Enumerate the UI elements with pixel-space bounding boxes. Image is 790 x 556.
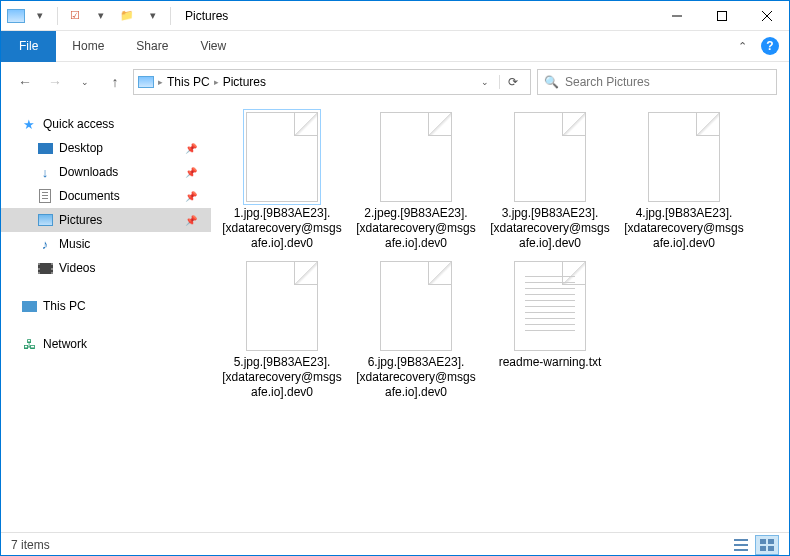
- pin-icon: 📌: [185, 167, 197, 178]
- tab-home[interactable]: Home: [56, 31, 120, 62]
- qat-dropdown-2[interactable]: ▾: [90, 5, 112, 27]
- nav-item-label: Downloads: [59, 165, 118, 179]
- file-thumbnail: [246, 261, 318, 351]
- svg-rect-7: [760, 539, 766, 544]
- video-icon: [37, 261, 53, 275]
- file-name: 1.jpg.[9B83AE23].[xdatarecovery@msgsafe.…: [219, 206, 345, 251]
- minimize-button[interactable]: [654, 1, 699, 31]
- file-thumbnail: [246, 112, 318, 202]
- svg-rect-1: [717, 11, 726, 20]
- nav-quick-access[interactable]: ★ Quick access: [21, 112, 211, 136]
- tab-share[interactable]: Share: [120, 31, 184, 62]
- pic-icon: [37, 213, 53, 227]
- nav-item-label: Music: [59, 237, 90, 251]
- nav-item-videos[interactable]: Videos: [1, 256, 211, 280]
- pin-icon: 📌: [185, 215, 197, 226]
- pc-icon: [21, 299, 37, 313]
- nav-item-downloads[interactable]: ↓Downloads📌: [1, 160, 211, 184]
- network-icon: 🖧: [21, 337, 37, 351]
- address-dropdown[interactable]: ⌄: [475, 77, 495, 87]
- file-item[interactable]: 3.jpg.[9B83AE23].[xdatarecovery@msgsafe.…: [487, 112, 613, 251]
- nav-label: Network: [43, 337, 87, 351]
- file-name: 3.jpg.[9B83AE23].[xdatarecovery@msgsafe.…: [487, 206, 613, 251]
- nav-item-documents[interactable]: Documents📌: [1, 184, 211, 208]
- svg-rect-5: [734, 544, 748, 546]
- qat-customize[interactable]: ▾: [142, 5, 164, 27]
- nav-item-label: Desktop: [59, 141, 103, 155]
- title-bar: ▾ ☑ ▾ 📁 ▾ Pictures: [1, 1, 789, 31]
- nav-item-label: Documents: [59, 189, 120, 203]
- breadcrumb-folder[interactable]: Pictures: [223, 75, 266, 89]
- status-bar: 7 items: [1, 532, 789, 556]
- file-item[interactable]: 2.jpeg.[9B83AE23].[xdatarecovery@msgsafe…: [353, 112, 479, 251]
- ribbon: File Home Share View ⌃ ?: [1, 31, 789, 62]
- file-name: readme-warning.txt: [499, 355, 602, 370]
- desktop-icon: [37, 141, 53, 155]
- back-button[interactable]: ←: [13, 70, 37, 94]
- app-icon: [7, 9, 25, 23]
- file-tab[interactable]: File: [1, 31, 56, 62]
- content-area: ★ Quick access Desktop📌↓Downloads📌Docume…: [1, 102, 789, 532]
- tab-view[interactable]: View: [184, 31, 242, 62]
- recent-dropdown[interactable]: ⌄: [73, 70, 97, 94]
- file-thumbnail: [380, 261, 452, 351]
- window-title: Pictures: [185, 9, 228, 23]
- nav-item-music[interactable]: ♪Music: [1, 232, 211, 256]
- file-name: 4.jpg.[9B83AE23].[xdatarecovery@msgsafe.…: [621, 206, 747, 251]
- maximize-button[interactable]: [699, 1, 744, 31]
- file-item[interactable]: 6.jpg.[9B83AE23].[xdatarecovery@msgsafe.…: [353, 261, 479, 400]
- help-icon[interactable]: ?: [761, 37, 779, 55]
- chevron-right-icon[interactable]: ▸: [214, 77, 219, 87]
- refresh-button[interactable]: ⟳: [499, 75, 526, 89]
- properties-icon[interactable]: ☑: [64, 5, 86, 27]
- nav-label: This PC: [43, 299, 86, 313]
- pin-icon: 📌: [185, 191, 197, 202]
- quick-access-toolbar: ▾ ☑ ▾ 📁 ▾: [1, 5, 173, 27]
- address-row: ← → ⌄ ↑ ▸ This PC ▸ Pictures ⌄ ⟳ 🔍: [1, 62, 789, 102]
- file-thumbnail: [648, 112, 720, 202]
- search-icon: 🔍: [544, 75, 559, 89]
- nav-network[interactable]: 🖧 Network: [21, 332, 211, 356]
- down-icon: ↓: [37, 165, 53, 179]
- address-bar[interactable]: ▸ This PC ▸ Pictures ⌄ ⟳: [133, 69, 531, 95]
- nav-item-desktop[interactable]: Desktop📌: [1, 136, 211, 160]
- details-view-button[interactable]: [729, 535, 753, 555]
- file-item[interactable]: 4.jpg.[9B83AE23].[xdatarecovery@msgsafe.…: [621, 112, 747, 251]
- nav-item-pictures[interactable]: Pictures📌: [1, 208, 211, 232]
- nav-item-label: Pictures: [59, 213, 102, 227]
- nav-this-pc[interactable]: This PC: [21, 294, 211, 318]
- svg-rect-10: [768, 546, 774, 551]
- search-input[interactable]: [565, 75, 770, 89]
- search-box[interactable]: 🔍: [537, 69, 777, 95]
- file-thumbnail: [380, 112, 452, 202]
- doc-icon: [37, 189, 53, 203]
- pin-icon: 📌: [185, 143, 197, 154]
- qat-dropdown[interactable]: ▾: [29, 5, 51, 27]
- music-icon: ♪: [37, 237, 53, 251]
- nav-label: Quick access: [43, 117, 114, 131]
- file-item[interactable]: 1.jpg.[9B83AE23].[xdatarecovery@msgsafe.…: [219, 112, 345, 251]
- thumbnails-view-button[interactable]: [755, 535, 779, 555]
- file-name: 2.jpeg.[9B83AE23].[xdatarecovery@msgsafe…: [353, 206, 479, 251]
- chevron-right-icon[interactable]: ▸: [158, 77, 163, 87]
- forward-button[interactable]: →: [43, 70, 67, 94]
- star-icon: ★: [21, 117, 37, 131]
- files-pane[interactable]: 1.jpg.[9B83AE23].[xdatarecovery@msgsafe.…: [211, 102, 789, 532]
- file-thumbnail: [514, 261, 586, 351]
- breadcrumb-this-pc[interactable]: This PC: [167, 75, 210, 89]
- location-icon: [138, 76, 154, 88]
- ribbon-expand-icon[interactable]: ⌃: [738, 40, 747, 53]
- svg-rect-6: [734, 549, 748, 551]
- separator: [57, 7, 58, 25]
- file-name: 6.jpg.[9B83AE23].[xdatarecovery@msgsafe.…: [353, 355, 479, 400]
- file-item[interactable]: 5.jpg.[9B83AE23].[xdatarecovery@msgsafe.…: [219, 261, 345, 400]
- item-count: 7 items: [11, 538, 50, 552]
- svg-rect-4: [734, 539, 748, 541]
- new-folder-icon[interactable]: 📁: [116, 5, 138, 27]
- svg-rect-8: [768, 539, 774, 544]
- svg-rect-9: [760, 546, 766, 551]
- up-button[interactable]: ↑: [103, 70, 127, 94]
- close-button[interactable]: [744, 1, 789, 31]
- file-item[interactable]: readme-warning.txt: [487, 261, 613, 400]
- file-name: 5.jpg.[9B83AE23].[xdatarecovery@msgsafe.…: [219, 355, 345, 400]
